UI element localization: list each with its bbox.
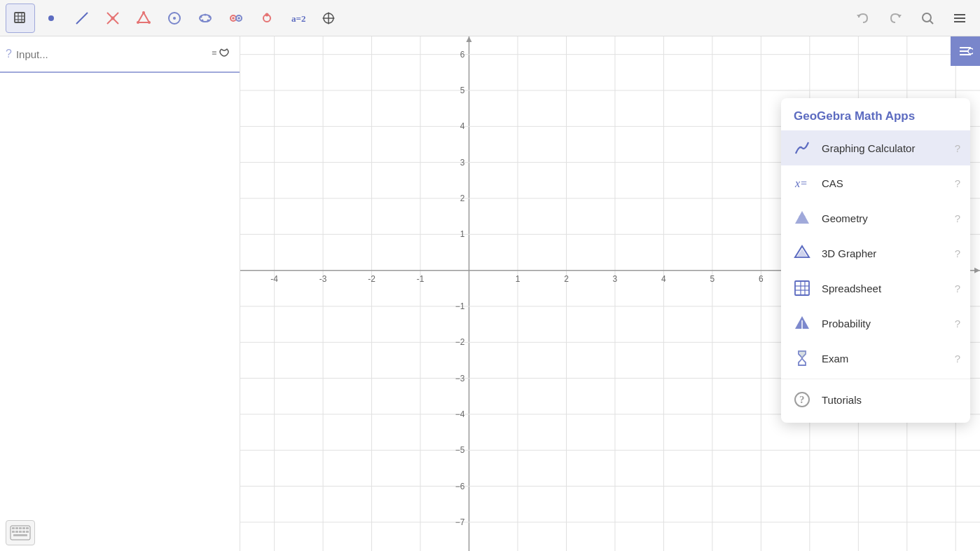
- spreadsheet-icon: [791, 277, 813, 299]
- svg-marker-36: [857, 15, 861, 18]
- svg-text:4: 4: [460, 121, 465, 131]
- input-area: ? ≡: [0, 36, 240, 73]
- corner-button[interactable]: [951, 36, 980, 66]
- svg-marker-10: [138, 13, 149, 22]
- svg-text:3: 3: [613, 274, 618, 284]
- cas-icon: x=: [791, 172, 813, 194]
- point-tool[interactable]: [36, 4, 66, 33]
- probability-icon: [791, 312, 813, 334]
- app-label-cas: CAS: [822, 177, 946, 189]
- perpendicular-tool[interactable]: [98, 4, 127, 33]
- undo-button[interactable]: [848, 4, 878, 33]
- line-tool[interactable]: [67, 4, 97, 33]
- svg-text:2: 2: [460, 193, 465, 203]
- redo-button[interactable]: [881, 4, 910, 33]
- svg-text:−7: −7: [455, 517, 465, 527]
- svg-point-5: [48, 15, 54, 21]
- svg-rect-48: [22, 527, 25, 529]
- select-tool[interactable]: [6, 4, 35, 33]
- keyboard-button[interactable]: [6, 520, 35, 545]
- algebra-view-button[interactable]: ≡: [209, 41, 234, 67]
- apps-panel-title: GeoGebra Math Apps: [781, 98, 970, 130]
- svg-point-18: [205, 13, 207, 15]
- app-label-graphing-calculator: Graphing Calculator: [822, 142, 946, 154]
- svg-text:x=: x=: [794, 177, 808, 189]
- app-label-3d-grapher: 3D Grapher: [822, 247, 946, 259]
- divider: [781, 379, 970, 379]
- abc-tool[interactable]: a=2: [283, 4, 312, 33]
- toolbar-right: [848, 0, 980, 36]
- toolbar: a=2: [0, 0, 980, 36]
- app-item-3d-grapher[interactable]: 3D Grapher ?: [781, 236, 970, 271]
- app-help-probability[interactable]: ?: [955, 318, 960, 329]
- app-help-geometry[interactable]: ?: [955, 212, 960, 224]
- svg-point-38: [923, 13, 931, 22]
- app-help-graphing-calculator[interactable]: ?: [955, 142, 960, 154]
- svg-text:−1: −1: [455, 301, 465, 311]
- svg-marker-37: [897, 15, 902, 18]
- svg-rect-55: [13, 534, 27, 536]
- move-tool[interactable]: [314, 4, 343, 33]
- svg-rect-50: [12, 531, 15, 533]
- geometry-icon: [791, 207, 813, 229]
- app-item-exam[interactable]: Exam ?: [781, 341, 970, 376]
- svg-point-15: [173, 17, 176, 20]
- svg-rect-49: [26, 527, 29, 529]
- svg-rect-124: [795, 281, 809, 295]
- svg-text:a=2: a=2: [291, 13, 305, 24]
- svg-rect-52: [19, 531, 22, 533]
- menu-button[interactable]: [945, 4, 974, 33]
- apps-panel: GeoGebra Math Apps Graphing Calculator ?…: [781, 98, 970, 423]
- app-help-3d-grapher[interactable]: ?: [955, 247, 960, 259]
- app-label-exam: Exam: [822, 353, 946, 365]
- svg-point-11: [142, 11, 145, 14]
- svg-text:2: 2: [564, 274, 569, 284]
- svg-point-59: [968, 48, 973, 54]
- svg-text:5: 5: [460, 86, 465, 95]
- app-item-graphing-calculator[interactable]: Graphing Calculator ?: [781, 130, 970, 165]
- app-item-geometry[interactable]: Geometry ?: [781, 200, 970, 236]
- tutorials-icon: ?: [791, 388, 813, 411]
- app-help-spreadsheet[interactable]: ?: [955, 283, 960, 294]
- point-on-obj-tool[interactable]: [252, 4, 282, 33]
- svg-point-13: [137, 21, 139, 24]
- svg-text:6: 6: [759, 274, 764, 284]
- svg-text:−3: −3: [455, 374, 465, 383]
- svg-text:1: 1: [516, 274, 520, 284]
- svg-point-20: [202, 19, 204, 21]
- svg-text:≡: ≡: [212, 48, 216, 58]
- svg-text:−2: −2: [455, 337, 465, 347]
- input-field[interactable]: [16, 48, 205, 60]
- svg-point-19: [209, 15, 211, 18]
- svg-rect-47: [19, 527, 22, 529]
- svg-line-6: [76, 13, 88, 24]
- svg-text:−5: −5: [455, 445, 465, 455]
- 3d-grapher-icon: [791, 242, 813, 264]
- app-item-cas[interactable]: x= CAS ?: [781, 165, 970, 200]
- svg-rect-0: [15, 13, 25, 22]
- app-label-tutorials: Tutorials: [822, 394, 960, 406]
- svg-text:−6: −6: [455, 482, 465, 491]
- relation-tool[interactable]: [221, 4, 251, 33]
- sidebar: ? ≡: [0, 36, 240, 551]
- polygon-tool[interactable]: [129, 4, 158, 33]
- svg-text:-3: -3: [319, 274, 327, 284]
- svg-text:-1: -1: [417, 274, 425, 284]
- app-help-cas[interactable]: ?: [955, 177, 960, 189]
- search-button[interactable]: [913, 4, 942, 33]
- input-help-icon[interactable]: ?: [6, 48, 12, 60]
- svg-rect-45: [12, 527, 15, 529]
- app-label-spreadsheet: Spreadsheet: [822, 283, 946, 294]
- svg-rect-46: [15, 527, 18, 529]
- svg-line-39: [930, 21, 934, 25]
- svg-text:−4: −4: [455, 409, 465, 419]
- app-item-spreadsheet[interactable]: Spreadsheet ?: [781, 271, 970, 306]
- circle-tool[interactable]: [160, 4, 189, 33]
- app-help-exam[interactable]: ?: [955, 353, 960, 365]
- app-label-geometry: Geometry: [822, 212, 946, 224]
- app-item-probability[interactable]: Probability ?: [781, 306, 970, 341]
- svg-text:-4: -4: [270, 274, 278, 284]
- conic-tool[interactable]: [191, 4, 220, 33]
- app-item-tutorials[interactable]: ? Tutorials: [781, 382, 970, 417]
- graphing-calculator-icon: [791, 137, 813, 159]
